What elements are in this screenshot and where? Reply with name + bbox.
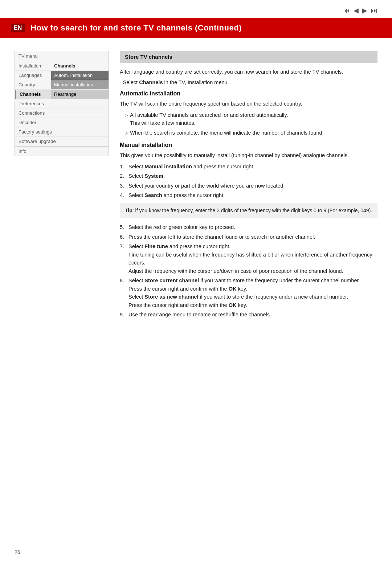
step-6-text: Press the cursor left to store the chann…	[128, 233, 315, 241]
menu-item-factory-settings: Factory settings	[15, 127, 109, 137]
step-5-text: Select the red or green colour key to pr…	[128, 223, 235, 231]
automatic-installation-body: The TV will scan the entire frequency sp…	[120, 100, 377, 108]
menu-item-channels: Channels	[15, 90, 51, 99]
step-3: 3. Select your country or part of the wo…	[120, 182, 377, 190]
step-2: 2. Select System.	[120, 172, 377, 180]
select-channels-text: Select Channels in the TV, Installation …	[123, 79, 229, 85]
select-channels-bullet: ◦ Select Channels in the TV, Installatio…	[120, 79, 377, 85]
menu-item-preferences: Preferences	[15, 99, 109, 108]
bullet-circle-icon: ◦	[120, 81, 121, 85]
menu-item-connections: Connections	[15, 108, 109, 118]
tv-menu-title: TV menu	[15, 51, 109, 61]
menu-row-country: Country Manual installation	[15, 80, 109, 90]
step-9-num: 9.	[120, 311, 126, 319]
menu-item-channels-header: Channels	[51, 61, 109, 70]
store-tv-channels-header: Store TV channels	[120, 51, 377, 63]
nav-prev-btn[interactable]: ◀	[354, 7, 359, 15]
menu-row-installation: Installation Channels	[15, 61, 109, 71]
menu-item-languages: Languages	[15, 71, 51, 80]
header-bar: EN How to search for and store TV channe…	[0, 18, 392, 38]
manual-steps-list-2: 5. Select the red or green colour key to…	[120, 223, 377, 319]
menu-item-rearrange: Rearrange	[51, 90, 109, 99]
step-1-num: 1.	[120, 163, 126, 171]
step-8-num: 8.	[120, 276, 126, 309]
top-navigation: ⏮ ◀ ▶ ⏭	[343, 7, 377, 15]
tv-menu-box: TV menu Installation Channels Languages …	[15, 51, 109, 156]
auto-bullet-2-text: When the search is complete, the menu wi…	[130, 129, 324, 137]
step-4-text: Select Search and press the cursor right…	[128, 191, 225, 199]
menu-item-decoder: Decoder	[15, 118, 109, 127]
automatic-installation-title: Automatic installation	[120, 90, 377, 97]
step-4: 4. Select Search and press the cursor ri…	[120, 191, 377, 199]
page-number: 26	[15, 549, 20, 555]
nav-first-btn[interactable]: ⏮	[343, 7, 350, 15]
step-1: 1. Select Manual installation and press …	[120, 163, 377, 171]
step-8: 8. Select Store current channel if you w…	[120, 276, 377, 309]
tip-text: Tip: if you know the frequency, enter th…	[125, 208, 372, 213]
lang-badge: EN	[11, 24, 25, 32]
auto-bullet-2: ▷ When the search is complete, the menu …	[120, 129, 377, 137]
tv-menu-panel: TV menu Installation Channels Languages …	[15, 51, 109, 537]
main-content: TV menu Installation Channels Languages …	[0, 44, 392, 544]
arrow-icon-2: ▷	[125, 130, 128, 136]
step-9-text: Use the rearrange menu to rename or resh…	[128, 311, 271, 319]
step-2-text: Select System.	[128, 172, 165, 180]
tip-box: Tip: if you know the frequency, enter th…	[120, 203, 377, 218]
menu-item-manual-installation: Manual installation	[51, 80, 109, 89]
step-3-num: 3.	[120, 182, 126, 190]
step-6-num: 6.	[120, 233, 126, 241]
menu-item-info: Info	[15, 146, 109, 156]
auto-bullet-1-text: All available TV channels are searched f…	[130, 111, 288, 127]
step-8-text: Select Store current channel if you want…	[128, 276, 360, 309]
arrow-icon-1: ▷	[125, 112, 128, 118]
step-5-num: 5.	[120, 223, 126, 231]
nav-last-btn[interactable]: ⏭	[371, 7, 377, 15]
step-7-text: Select Fine tune and press the cursor ri…	[128, 242, 377, 275]
menu-item-country: Country	[15, 80, 51, 89]
step-7-num: 7.	[120, 242, 126, 275]
step-7: 7. Select Fine tune and press the cursor…	[120, 242, 377, 275]
manual-steps-list-1: 1. Select Manual installation and press …	[120, 163, 377, 200]
step-1-text: Select Manual installation and press the…	[128, 163, 254, 171]
step-5: 5. Select the red or green colour key to…	[120, 223, 377, 231]
menu-row-languages: Languages Autom. installation	[15, 71, 109, 80]
step-6: 6. Press the cursor left to store the ch…	[120, 233, 377, 241]
step-9: 9. Use the rearrange menu to rename or r…	[120, 311, 377, 319]
nav-next-btn[interactable]: ▶	[362, 7, 367, 15]
manual-installation-intro: This gives you the possibility to manual…	[120, 151, 377, 159]
store-tv-intro: After language and country are set corre…	[120, 68, 377, 76]
step-4-num: 4.	[120, 191, 126, 199]
manual-installation-title: Manual installation	[120, 142, 377, 148]
page-title: How to search for and store TV channels …	[30, 23, 242, 33]
auto-bullet-1: ▷ All available TV channels are searched…	[120, 111, 377, 127]
right-content-panel: Store TV channels After language and cou…	[120, 51, 377, 537]
step-3-text: Select your country or part of the world…	[128, 182, 285, 190]
menu-item-autom-installation: Autom. installation	[51, 71, 109, 80]
menu-row-channels: Channels Rearrange	[15, 90, 109, 99]
step-2-num: 2.	[120, 172, 126, 180]
menu-item-software-upgrade: Software upgrade	[15, 137, 109, 146]
menu-item-installation: Installation	[15, 61, 51, 70]
